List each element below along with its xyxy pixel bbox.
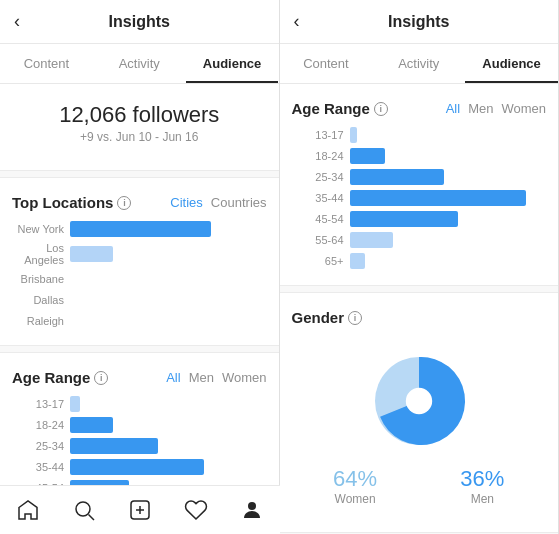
age-range-options-left: All Men Women (166, 370, 266, 385)
all-option-left[interactable]: All (166, 370, 180, 385)
men-option-right[interactable]: Men (468, 101, 493, 116)
svg-line-1 (88, 515, 94, 521)
women-pct: 64% (333, 466, 377, 492)
cities-option[interactable]: Cities (170, 195, 203, 210)
age-range-info-right[interactable]: i (374, 102, 388, 116)
heart-icon-left[interactable] (182, 496, 210, 524)
age-25-34-right: 25-34 (292, 169, 547, 185)
age-65-plus-right: 65+ (292, 253, 547, 269)
age-18-24-left: 18-24 (12, 417, 267, 433)
age-range-title-right: Age Range i (292, 100, 388, 117)
gender-chart: 64% Women 36% Men (292, 336, 547, 516)
gender-header: Gender i (292, 309, 547, 326)
tab-audience-right[interactable]: Audience (465, 44, 558, 83)
back-button-right[interactable]: ‹ (294, 11, 300, 32)
men-label: Men (460, 492, 504, 506)
divider-1 (0, 170, 279, 178)
followers-count-section: 12,066 followers +9 vs. Jun 10 - Jun 16 (12, 84, 267, 154)
top-locations-chart: New York Los Angeles Brisbane Dallas Ral… (12, 221, 267, 329)
age-range-chart-right: 13-17 18-24 25-34 35-44 45-54 (292, 127, 547, 269)
gender-title: Gender i (292, 309, 363, 326)
left-header-title: Insights (109, 13, 170, 31)
gender-labels: 64% Women 36% Men (292, 466, 547, 506)
women-option-right[interactable]: Women (501, 101, 546, 116)
age-range-header-left: Age Range i All Men Women (12, 369, 267, 386)
age-range-info-left[interactable]: i (94, 371, 108, 385)
age-35-44-right: 35-44 (292, 190, 547, 206)
men-pct: 36% (460, 466, 504, 492)
age-13-17-left: 13-17 (12, 396, 267, 412)
add-icon-left[interactable] (126, 496, 154, 524)
top-locations-header: Top Locations i Cities Countries (12, 194, 267, 211)
age-range-title-left: Age Range i (12, 369, 108, 386)
age-range-options-right: All Men Women (446, 101, 546, 116)
countries-option[interactable]: Countries (211, 195, 267, 210)
age-18-24-right: 18-24 (292, 148, 547, 164)
women-stat: 64% Women (333, 466, 377, 506)
right-header: ‹ Insights (280, 0, 559, 44)
svg-point-0 (76, 502, 90, 516)
age-25-34-left: 25-34 (12, 438, 267, 454)
age-45-54-right: 45-54 (292, 211, 547, 227)
tab-audience-left[interactable]: Audience (186, 44, 279, 83)
women-label: Women (333, 492, 377, 506)
tab-activity-left[interactable]: Activity (93, 44, 186, 83)
right-header-title: Insights (388, 13, 449, 31)
left-header: ‹ Insights (0, 0, 279, 44)
age-35-44-left: 35-44 (12, 459, 267, 475)
profile-icon-left[interactable] (238, 496, 266, 524)
home-icon-left[interactable] (14, 496, 42, 524)
tab-activity-right[interactable]: Activity (372, 44, 465, 83)
bar-row-dallas: Dallas (12, 292, 267, 308)
divider-2 (0, 345, 279, 353)
men-option-left[interactable]: Men (189, 370, 214, 385)
divider-right-1 (280, 285, 559, 293)
svg-point-5 (248, 502, 256, 510)
bar-row-la: Los Angeles (12, 242, 267, 266)
followers-comparison: +9 vs. Jun 10 - Jun 16 (12, 130, 267, 144)
bar-row-brisbane: Brisbane (12, 271, 267, 287)
left-tabs: Content Activity Audience (0, 44, 279, 84)
svg-point-7 (406, 388, 432, 414)
search-icon-left[interactable] (70, 496, 98, 524)
tab-content-right[interactable]: Content (280, 44, 373, 83)
bar-row-raleigh: Raleigh (12, 313, 267, 329)
age-55-64-right: 55-64 (292, 232, 547, 248)
women-option-left[interactable]: Women (222, 370, 267, 385)
tab-content-left[interactable]: Content (0, 44, 93, 83)
right-tabs: Content Activity Audience (280, 44, 559, 84)
bar-row-new-york: New York (12, 221, 267, 237)
top-locations-info[interactable]: i (117, 196, 131, 210)
followers-number: 12,066 followers (12, 102, 267, 128)
all-option-right[interactable]: All (446, 101, 460, 116)
bottom-nav-left (0, 485, 280, 534)
age-range-header-right: Age Range i All Men Women (292, 100, 547, 117)
men-stat: 36% Men (460, 466, 504, 506)
age-13-17-right: 13-17 (292, 127, 547, 143)
gender-pie (364, 346, 474, 456)
top-locations-options: Cities Countries (170, 195, 266, 210)
gender-info[interactable]: i (348, 311, 362, 325)
top-locations-title: Top Locations i (12, 194, 131, 211)
back-button[interactable]: ‹ (14, 11, 20, 32)
